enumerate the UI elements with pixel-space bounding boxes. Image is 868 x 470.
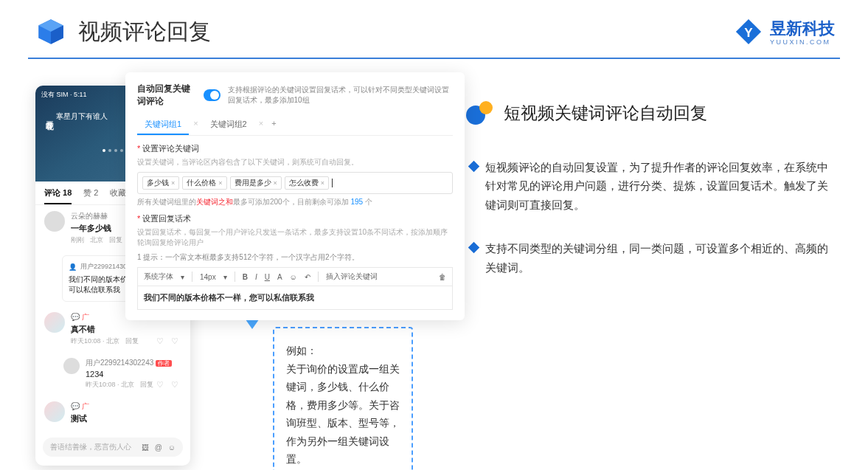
svg-text:Y: Y xyxy=(744,26,753,40)
reply-hint: 设置回复话术，每回复一个用户评论只发送一条话术，最多支持设置10条不同话术，按添… xyxy=(137,227,453,248)
reply-tip: 1 提示：一个富文本框最多支持512个字符，一个汉字占用2个字符。 xyxy=(137,252,453,263)
insert-keyword-btn[interactable]: 插入评论关键词 xyxy=(326,272,378,282)
keyword-tag: 什么价格× xyxy=(182,176,226,190)
reply-btn[interactable]: 回复 xyxy=(125,336,139,346)
bullet-item: 短视频评论的自动回复设置，为了提升作者的评论回复效率，在系统中针对常见的评论用户… xyxy=(465,159,835,215)
keyword-tag: 费用是多少× xyxy=(230,176,282,190)
avatar xyxy=(44,312,65,333)
size-select[interactable]: 14px xyxy=(200,273,216,281)
tab-comments[interactable]: 评论 18 xyxy=(44,187,72,204)
nested-reply: 用户2299214302243 作者 1234 昨天10:08 · 北京回复 ♡… xyxy=(35,352,190,395)
at-icon[interactable]: @ xyxy=(155,443,162,452)
diamond-icon xyxy=(468,161,480,173)
add-tab[interactable]: + xyxy=(268,115,280,135)
diamond-icon xyxy=(468,242,480,254)
toggle-hint: 支持根据评论的关键词设置回复话术，可以针对不同类型关键词设置回复话术，最多添加1… xyxy=(228,85,453,106)
undo-icon[interactable]: ↶ xyxy=(305,273,310,281)
emoji-icon[interactable]: ☺ xyxy=(290,273,297,281)
dislike-icon[interactable]: ♡ xyxy=(171,380,178,390)
example-body: 关于询价的设置成一组关键词，多少钱、什么价格，费用多少等。关于咨询班型、版本、型… xyxy=(286,360,400,469)
tab-group1[interactable]: 关键词组1 xyxy=(137,115,189,135)
avatar xyxy=(63,358,80,374)
reply-btn[interactable]: 回复 xyxy=(140,380,153,390)
reply-btn[interactable]: 回复 xyxy=(109,235,122,245)
auto-reply-toggle[interactable] xyxy=(204,89,220,101)
toggle-label: 自动回复关键词评论 xyxy=(137,83,196,108)
keyword-tag: 多少钱× xyxy=(142,176,179,190)
keyword-tabs: 关键词组1 × 关键词组2 × + xyxy=(137,115,453,136)
config-panel: 自动回复关键词评论 支持根据评论的关键词设置回复话术，可以针对不同类型关键词设置… xyxy=(125,72,465,320)
reply-editor[interactable]: 我们不同的版本价格不一样，您可以私信联系我 xyxy=(137,286,453,310)
bullet-text: 短视频评论的自动回复设置，为了提升作者的评论回复效率，在系统中针对常见的评论用户… xyxy=(485,159,835,215)
emoji-icon[interactable]: ☺ xyxy=(168,443,176,452)
editor-toolbar: 系统字体▾ 14px▾ B I U A ☺ ↶ 插入评论关键词 🗑 xyxy=(137,267,453,286)
chat-icon xyxy=(465,100,495,126)
like-icon[interactable]: ♡ xyxy=(156,380,164,390)
header: 视频评论回复 Y 昱新科技 YUUXIN.COM xyxy=(0,0,868,53)
tab-favs[interactable]: 收藏 xyxy=(110,187,126,198)
image-icon[interactable]: 🖼 xyxy=(142,443,149,452)
person-icon: 👤 xyxy=(69,263,77,271)
svg-point-8 xyxy=(479,101,493,114)
keyword-tag: 怎么收费× xyxy=(285,176,329,190)
section-title: 短视频关键词评论自动回复 xyxy=(504,102,707,125)
comment-input[interactable]: 善语结善缘，恶言伤人心 🖼@☺ xyxy=(43,438,183,457)
bold-icon[interactable]: B xyxy=(243,273,248,281)
avatar xyxy=(44,401,65,422)
brand-name: 昱新科技 xyxy=(770,18,835,40)
underline-icon[interactable]: U xyxy=(265,273,270,281)
comment-text: 真不错 xyxy=(71,324,181,335)
bullet-text: 支持不同类型的关键词分组，同一类问题，可设置多个相近的、高频的关键词。 xyxy=(485,240,835,277)
italic-icon[interactable]: I xyxy=(255,273,257,281)
avatar xyxy=(44,211,65,232)
tab-likes[interactable]: 赞 2 xyxy=(83,187,98,198)
brand-sub: YUUXIN.COM xyxy=(770,38,835,46)
keywords-label: 设置评论关键词 xyxy=(137,143,453,154)
bullet-item: 支持不同类型的关键词分组，同一类问题，可设置多个相近的、高频的关键词。 xyxy=(465,240,835,277)
keyword-counter: 所有关键词组里的关键词之和最多可添加200个，目前剩余可添加 195 个 xyxy=(137,197,453,207)
tab-group2[interactable]: 关键词组2 xyxy=(203,115,254,135)
header-left: 视频评论回复 xyxy=(35,16,211,47)
cube-icon xyxy=(35,16,66,47)
delete-icon[interactable]: 🗑 xyxy=(439,273,446,281)
example-title: 例如： xyxy=(286,342,400,360)
dislike-icon[interactable]: ♡ xyxy=(171,336,178,346)
comment-item: 💬 广 测试 xyxy=(35,395,190,432)
keywords-hint: 设置关键词，当评论区内容包含了以下关键词，则系统可自动回复。 xyxy=(137,157,453,167)
color-icon[interactable]: A xyxy=(277,273,282,281)
like-icon[interactable]: ♡ xyxy=(156,336,164,346)
right-column: 短视频关键词评论自动回复 短视频评论的自动回复设置，为了提升作者的评论回复效率，… xyxy=(465,72,835,456)
main: 自动回复关键词评论 支持根据评论的关键词设置回复话术，可以针对不同类型关键词设置… xyxy=(0,59,868,456)
brand-logo: Y 昱新科技 YUUXIN.COM xyxy=(735,18,835,46)
author-badge: 作者 xyxy=(156,360,172,367)
keywords-input[interactable]: 多少钱× 什么价格× 费用是多少× 怎么收费× xyxy=(137,172,453,194)
font-select[interactable]: 系统字体 xyxy=(144,272,173,282)
reply-label: 设置回复话术 xyxy=(137,213,453,224)
brand-icon: Y xyxy=(735,18,763,46)
page-title: 视频评论回复 xyxy=(78,17,211,47)
example-box: 例如： 关于询价的设置成一组关键词，多少钱、什么价格，费用多少等。关于咨询班型、… xyxy=(273,327,413,470)
left-column: 自动回复关键词评论 支持根据评论的关键词设置回复话术，可以针对不同类型关键词设置… xyxy=(35,72,445,456)
